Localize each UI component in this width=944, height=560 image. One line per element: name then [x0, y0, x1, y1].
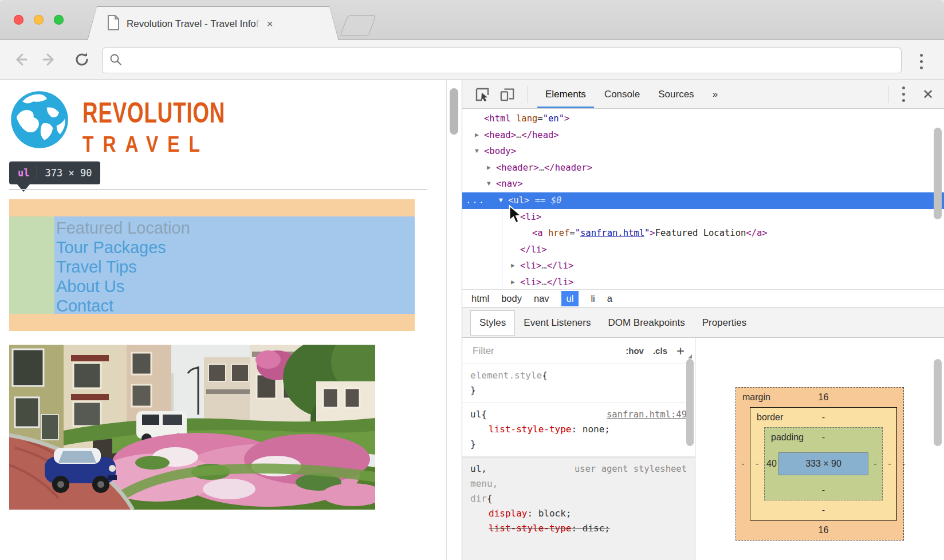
sidebar-tab-styles[interactable]: Styles	[470, 310, 515, 336]
nav-link[interactable]: Featured Location	[56, 218, 190, 238]
border-bottom-value[interactable]: -	[822, 505, 825, 515]
breadcrumb-item-ul[interactable]: ul	[561, 291, 579, 306]
breadcrumb-item-a[interactable]: a	[607, 293, 612, 304]
tree-row[interactable]: <html lang="en">	[462, 111, 944, 127]
nav-link[interactable]: Contact	[56, 296, 190, 316]
close-window-button[interactable]	[14, 15, 23, 25]
tree-row[interactable]: ▼<body>	[462, 143, 944, 160]
toggle-element-state-button[interactable]: :hov	[626, 346, 644, 356]
devtools-panel: ElementsConsoleSources» ✕ <html lang="en…	[462, 80, 944, 560]
metrics-scrollbar-thumb[interactable]	[934, 359, 942, 446]
devtools-tab-console[interactable]: Console	[595, 81, 649, 108]
padding-top-value[interactable]: -	[822, 432, 825, 443]
devtools-tab-[interactable]: »	[703, 81, 727, 108]
highlight-margin-top	[9, 199, 415, 216]
tooltip-tag: ul	[18, 167, 29, 179]
devtools-toolbar: ElementsConsoleSources» ✕	[462, 80, 944, 109]
zoom-window-button[interactable]	[54, 15, 64, 25]
box-model-border[interactable]: border - - padding - 40 333 × 90 -	[750, 407, 897, 520]
breadcrumb-item-li[interactable]: li	[591, 293, 595, 304]
browser-menu-icon[interactable]	[919, 53, 924, 70]
back-icon[interactable]	[13, 52, 29, 70]
nav-link[interactable]: Travel Tips	[56, 257, 190, 277]
tooltip-size: 373 × 90	[45, 167, 92, 179]
style-rule[interactable]: ul {sanfran.html:49list-style-type: none…	[462, 403, 695, 457]
tree-scrollbar-thumb[interactable]	[934, 128, 942, 219]
tree-row[interactable]: ▼<nav>	[462, 176, 944, 192]
devtools-tab-sources[interactable]: Sources	[649, 81, 703, 108]
stylesheet-link[interactable]: sanfran.html:49	[607, 407, 687, 422]
styles-pane: Filter :hov .cls + element.style {}ul {s…	[462, 338, 695, 560]
page-viewport: REVOLUTION TRAVEL ul 373 × 90 Featured L…	[0, 80, 462, 560]
breadcrumb-item-nav[interactable]: nav	[534, 293, 549, 304]
sidebar-tab-event-listeners[interactable]: Event Listeners	[515, 311, 599, 335]
css-property[interactable]: display: block;	[470, 506, 687, 521]
margin-bottom-value[interactable]: 16	[819, 525, 829, 535]
tab-close-icon[interactable]: ×	[267, 18, 273, 29]
border-left-value[interactable]: -	[756, 459, 758, 469]
globe-logo-icon	[9, 89, 70, 157]
tree-row[interactable]: ▶<header>…</header>	[462, 160, 944, 176]
element-classes-button[interactable]: .cls	[653, 346, 667, 356]
new-style-rule-corner	[688, 354, 692, 358]
browser-tab[interactable]: Revolution Travel - Travel Infof ×	[87, 6, 339, 41]
styles-filter-row: Filter :hov .cls +	[462, 338, 695, 364]
reload-icon[interactable]	[73, 51, 91, 70]
tree-row[interactable]: ▶<li>…</li>	[462, 274, 944, 289]
border-top-value[interactable]: -	[822, 412, 825, 423]
styles-scrollbar-thumb[interactable]	[686, 359, 694, 446]
breadcrumb: htmlbodynavullia	[462, 289, 944, 308]
box-model-content[interactable]: 333 × 90	[778, 452, 868, 475]
tree-row[interactable]: <a href="sanfran.html">Featured Location…	[462, 225, 944, 242]
minimize-window-button[interactable]	[34, 15, 44, 25]
style-rule[interactable]: ul,user agent stylesheetmenu,dir {displa…	[462, 457, 695, 560]
sidebar-tab-properties[interactable]: Properties	[694, 311, 755, 335]
style-rules: element.style {}ul {sanfran.html:49list-…	[462, 364, 695, 560]
tree-indent-guide	[502, 209, 502, 289]
tree-row[interactable]: ▼<li>	[462, 209, 944, 226]
page-scrollbar-thumb[interactable]	[450, 88, 458, 135]
logo-title: REVOLUTION	[82, 96, 225, 129]
nav-link[interactable]: Tour Packages	[56, 238, 190, 257]
breadcrumb-item-body[interactable]: body	[501, 293, 522, 304]
site-nav-links: Featured LocationTour PackagesTravel Tip…	[56, 218, 190, 316]
sidebar-tab-dom-breakpoints[interactable]: DOM Breakpoints	[599, 311, 693, 335]
background-tab-stub[interactable]	[340, 15, 376, 36]
device-toolbar-icon[interactable]	[500, 87, 515, 102]
margin-right-value[interactable]: -	[902, 459, 905, 469]
tree-row[interactable]: ...▼<ul> == $0	[462, 192, 944, 209]
box-model-padding[interactable]: padding - 40 333 × 90 - -	[764, 427, 883, 500]
border-label: border	[757, 412, 783, 423]
browser-window: Revolution Travel - Travel Infof ×	[0, 0, 944, 560]
search-icon	[109, 53, 122, 68]
nav-link[interactable]: About Us	[56, 277, 190, 296]
breadcrumb-item-html[interactable]: html	[471, 293, 489, 304]
inspect-element-icon[interactable]	[475, 87, 490, 102]
css-property[interactable]: list-style-type: disc;	[470, 521, 687, 536]
margin-left-value[interactable]: -	[741, 459, 744, 469]
border-right-value[interactable]: -	[888, 459, 891, 469]
padding-label: padding	[771, 432, 804, 443]
forward-icon[interactable]	[41, 52, 57, 70]
address-bar[interactable]	[102, 48, 902, 73]
devtools-close-icon[interactable]: ✕	[919, 88, 937, 101]
toolbar-divider	[888, 86, 888, 103]
highlight-margin-bottom	[9, 314, 415, 331]
styles-filter-input[interactable]: Filter	[473, 345, 616, 357]
padding-right-value[interactable]: -	[874, 459, 876, 469]
padding-bottom-value[interactable]: -	[822, 485, 825, 495]
tree-row[interactable]: ▶<head>…</head>	[462, 127, 944, 144]
margin-top-value[interactable]: 16	[819, 392, 829, 403]
tree-row[interactable]: ▶<li>…</li>	[462, 258, 944, 274]
traffic-lights	[14, 15, 64, 25]
devtools-tab-elements[interactable]: Elements	[536, 81, 595, 108]
elements-tree: <html lang="en">▶<head>…</head>▼<body>▶<…	[462, 109, 944, 289]
sidebar-tabs: StylesEvent ListenersDOM BreakpointsProp…	[462, 308, 944, 338]
new-style-rule-button[interactable]: +	[676, 343, 685, 359]
devtools-menu-icon[interactable]	[901, 85, 906, 103]
padding-left-value[interactable]: 40	[766, 459, 777, 469]
tree-row[interactable]: </li>	[462, 242, 944, 258]
box-model-margin[interactable]: margin 16 - border - - padding - 40	[735, 387, 904, 541]
css-property[interactable]: list-style-type: none;	[470, 422, 687, 437]
style-rule[interactable]: element.style {}	[462, 364, 695, 403]
